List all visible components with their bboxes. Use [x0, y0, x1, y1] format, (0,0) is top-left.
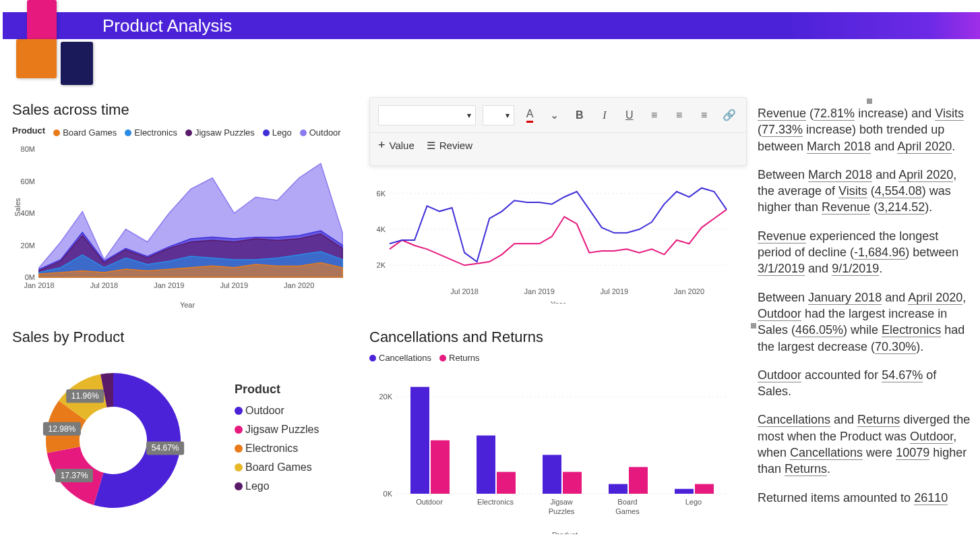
- svg-text:20M: 20M: [21, 241, 35, 250]
- svg-rect-41: [675, 489, 694, 494]
- logo-block-navy: [61, 42, 93, 85]
- svg-rect-33: [410, 387, 429, 494]
- chart-title: Sales across time: [12, 101, 363, 119]
- svg-text:6K: 6K: [377, 190, 386, 198]
- svg-text:Games: Games: [615, 507, 640, 515]
- logo-block-magenta: [27, 0, 57, 40]
- svg-text:Jul 2019: Jul 2019: [220, 281, 248, 289]
- review-button[interactable]: ☰Review: [427, 140, 472, 152]
- align-center-icon[interactable]: ≡: [670, 106, 688, 125]
- underline-icon[interactable]: U: [620, 106, 638, 125]
- donut-svg: 54.67%17.37%12.98%11.96%: [12, 353, 214, 528]
- svg-text:Jan 2020: Jan 2020: [674, 287, 704, 295]
- svg-text:12.98%: 12.98%: [49, 424, 76, 434]
- list-icon: ☰: [427, 140, 435, 152]
- svg-text:Jan 2018: Jan 2018: [24, 281, 54, 289]
- logo-block-orange: [16, 39, 57, 78]
- logo-cluster: [8, 0, 96, 86]
- svg-text:Puzzles: Puzzles: [549, 507, 575, 515]
- svg-text:0M: 0M: [25, 273, 35, 281]
- svg-text:60M: 60M: [21, 177, 35, 185]
- plus-icon: +: [378, 138, 386, 152]
- revenue-visits-card: ▾ ▾ A ⌄ B I U ≡ ≡ ≡ 🔗 +Value ☰Review Ju: [369, 101, 747, 322]
- sales-across-time-chart[interactable]: Sales across time Product Board Games El…: [12, 101, 363, 322]
- svg-rect-34: [431, 440, 450, 494]
- add-value-button[interactable]: +Value: [378, 138, 415, 152]
- svg-text:Outdoor: Outdoor: [416, 498, 443, 506]
- svg-text:40M: 40M: [21, 209, 35, 217]
- bar-chart-svg: OutdoorElectronicsJigsawPuzzlesBoardGame…: [369, 366, 733, 534]
- svg-text:Jul 2018: Jul 2018: [450, 287, 479, 295]
- svg-text:Jan 2019: Jan 2019: [154, 281, 184, 289]
- svg-text:2K: 2K: [377, 261, 386, 269]
- svg-rect-39: [609, 484, 627, 494]
- svg-rect-36: [497, 472, 516, 494]
- svg-text:20K: 20K: [379, 393, 392, 401]
- font-family-select[interactable]: ▾: [378, 105, 476, 125]
- page-title: Product Analysis: [102, 16, 232, 36]
- svg-text:Year: Year: [180, 301, 195, 309]
- svg-text:Year: Year: [551, 300, 566, 304]
- svg-rect-42: [695, 484, 714, 494]
- svg-text:54.67%: 54.67%: [152, 443, 179, 453]
- cancellations-returns-chart[interactable]: Cancellations and Returns Cancellations …: [369, 328, 747, 545]
- svg-text:Jul 2019: Jul 2019: [601, 287, 629, 295]
- sales-by-product-chart[interactable]: Sales by Product 54.67%17.37%12.98%11.96…: [12, 328, 363, 545]
- italic-icon[interactable]: I: [595, 106, 613, 125]
- header-band: Product Analysis: [3, 12, 980, 39]
- svg-text:Product: Product: [552, 531, 578, 534]
- svg-text:Jan 2019: Jan 2019: [524, 287, 555, 295]
- svg-text:Board: Board: [617, 498, 637, 506]
- line-chart-svg[interactable]: Jul 2018Jan 2019Jul 2019Jan 2020 2K4K6K …: [369, 169, 733, 304]
- text-format-toolbar: ▾ ▾ A ⌄ B I U ≡ ≡ ≡ 🔗 +Value ☰Review: [369, 97, 747, 166]
- font-color-icon[interactable]: A: [521, 106, 539, 125]
- svg-text:Jan 2020: Jan 2020: [284, 281, 314, 289]
- svg-text:0K: 0K: [384, 490, 393, 498]
- chart-title: Sales by Product: [12, 328, 363, 346]
- svg-text:4K: 4K: [377, 225, 386, 233]
- legend: Cancellations Returns: [369, 353, 747, 363]
- svg-rect-40: [629, 467, 648, 494]
- link-icon[interactable]: 🔗: [720, 106, 738, 125]
- svg-rect-35: [477, 436, 495, 494]
- svg-text:11.96%: 11.96%: [71, 391, 99, 401]
- font-size-select[interactable]: ▾: [483, 105, 514, 125]
- align-left-icon[interactable]: ≡: [645, 106, 663, 125]
- svg-text:Lego: Lego: [685, 498, 702, 506]
- svg-text:Electronics: Electronics: [477, 498, 514, 506]
- bold-icon[interactable]: B: [570, 106, 588, 125]
- donut-legend: Product Outdoor Jigsaw Puzzles Electroni…: [235, 382, 319, 499]
- svg-text:80M: 80M: [21, 145, 35, 153]
- svg-text:Jigsaw: Jigsaw: [550, 498, 573, 506]
- narrative-text-box[interactable]: Revenue (72.81% increase) and Visits (77…: [754, 101, 980, 545]
- chart-title: Cancellations and Returns: [369, 328, 747, 346]
- legend: Product Board Games Electronics Jigsaw P…: [12, 125, 363, 140]
- svg-rect-37: [543, 455, 561, 494]
- svg-text:Sales: Sales: [13, 198, 22, 217]
- svg-text:Jul 2018: Jul 2018: [90, 281, 119, 289]
- chevron-down-icon[interactable]: ⌄: [545, 106, 563, 125]
- align-right-icon[interactable]: ≡: [695, 106, 713, 125]
- svg-rect-38: [563, 472, 582, 494]
- svg-text:17.37%: 17.37%: [61, 471, 88, 480]
- area-chart-svg: Jan 2018Jul 2018Jan 2019Jul 2019Jan 2020…: [12, 142, 349, 311]
